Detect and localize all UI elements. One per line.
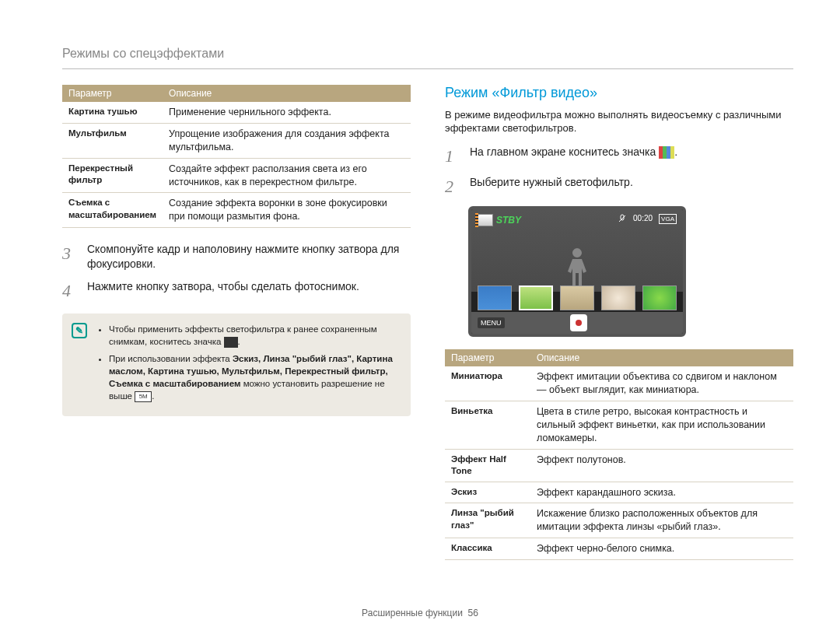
rec-time: 00:20 xyxy=(633,214,653,222)
param-desc: Эффект карандашного эскиза. xyxy=(530,482,793,503)
table-row: Мультфильм Упрощение изображения для соз… xyxy=(62,123,411,158)
note-item: При использовании эффекта Эскиз, Линза "… xyxy=(109,352,398,402)
th-desc: Описание xyxy=(530,349,793,366)
stby-indicator: STBY xyxy=(478,214,521,226)
param-name: Виньетка xyxy=(445,401,530,449)
filter-thumb[interactable] xyxy=(601,285,635,310)
step-number: 3 xyxy=(62,242,79,271)
table-row: Эскиз Эффект карандашного эскиза. xyxy=(445,482,793,503)
step-text: Скомпонуйте кадр и наполовину нажмите кн… xyxy=(87,242,411,271)
param-desc: Упрощение изображения для создания эффек… xyxy=(163,123,411,158)
menu-button[interactable]: MENU xyxy=(478,317,505,328)
step-text: На главном экране коснитесь значка . xyxy=(470,145,677,168)
filter-thumb[interactable] xyxy=(478,285,512,310)
left-params-table: Параметр Описание Картина тушью Применен… xyxy=(62,85,411,228)
step-2: 2 Выберите нужный светофильтр. xyxy=(445,175,793,198)
footer-page-number: 56 xyxy=(468,608,478,618)
param-desc: Искажение близко расположенных объектов … xyxy=(530,503,793,538)
table-row: Картина тушью Применение чернильного эфф… xyxy=(62,102,411,123)
table-row: Миниатюра Эффект имитации объектива со с… xyxy=(445,366,793,401)
step-text: Выберите нужный светофильтр. xyxy=(470,175,633,198)
video-filter-icon xyxy=(659,146,674,159)
step-number: 4 xyxy=(62,279,79,303)
table-header-row: Параметр Описание xyxy=(445,349,793,366)
th-desc: Описание xyxy=(163,85,411,102)
filter-thumb[interactable] xyxy=(642,285,677,310)
right-params-table: Параметр Описание Миниатюра Эффект имита… xyxy=(445,349,793,560)
step-1: 1 На главном экране коснитесь значка . xyxy=(445,145,793,168)
step-number: 1 xyxy=(445,145,462,168)
left-column: Параметр Описание Картина тушью Применен… xyxy=(62,85,411,574)
page-footer: Расширенные функции 56 xyxy=(0,608,840,618)
th-param: Параметр xyxy=(445,349,530,366)
two-column-layout: Параметр Описание Картина тушью Применен… xyxy=(62,85,793,574)
param-name: Мультфильм xyxy=(62,123,163,158)
filter-thumb-selected[interactable] xyxy=(519,285,553,310)
param-desc: Цвета в стиле ретро, высокая контрастнос… xyxy=(530,401,793,449)
apply-effect-icon xyxy=(224,337,238,348)
table-header-row: Параметр Описание xyxy=(62,85,411,102)
table-row: Виньетка Цвета в стиле ретро, высокая ко… xyxy=(445,401,793,449)
step-number: 2 xyxy=(445,175,462,198)
film-icon xyxy=(478,214,493,226)
note-list: Чтобы применить эффекты светофильтра к р… xyxy=(96,323,398,408)
table-row: Съемка с масштабированием Создание эффек… xyxy=(62,193,411,228)
param-desc: Создание эффекта воронки в зоне фокусиро… xyxy=(163,193,411,228)
resolution-badge: VGA xyxy=(659,214,677,224)
table-row: Линза "рыбий глаз" Искажение близко расп… xyxy=(445,503,793,538)
mic-mute-icon xyxy=(618,214,627,225)
param-name: Эскиз xyxy=(445,482,530,503)
camera-preview: STBY 00:20 VGA xyxy=(468,206,686,337)
note-item: Чтобы применить эффекты светофильтра к р… xyxy=(109,323,398,348)
table-row: Эффект Half Tone Эффект полутонов. xyxy=(445,449,793,482)
param-desc: Создайте эффект расползания света из его… xyxy=(163,158,411,193)
table-row: Классика Эффект черно-белого снимка. xyxy=(445,538,793,560)
record-button[interactable] xyxy=(570,314,587,331)
param-name: Эффект Half Tone xyxy=(445,449,530,482)
camera-top-right: 00:20 VGA xyxy=(618,214,677,225)
resolution-icon: 5M xyxy=(135,391,152,402)
preview-silhouette xyxy=(563,248,591,287)
param-name: Линза "рыбий глаз" xyxy=(445,503,530,538)
param-desc: Эффект полутонов. xyxy=(530,449,793,482)
th-param: Параметр xyxy=(62,85,163,102)
mode-desc: В режиме видеофильтра можно выполнять ви… xyxy=(445,109,793,135)
param-desc: Эффект черно-белого снимка. xyxy=(530,538,793,560)
note-icon: ✎ xyxy=(72,323,87,338)
param-name: Картина тушью xyxy=(62,102,163,123)
filter-thumb[interactable] xyxy=(560,285,594,310)
param-desc: Эффект имитации объектива со сдвигом и н… xyxy=(530,366,793,401)
mode-title: Режим «Фильтр видео» xyxy=(445,85,793,101)
camera-bottom-bar: MENU xyxy=(471,312,683,334)
param-desc: Применение чернильного эффекта. xyxy=(163,102,411,123)
param-name: Классика xyxy=(445,538,530,560)
param-name: Перекрестный фильтр xyxy=(62,158,163,193)
stby-label: STBY xyxy=(496,215,521,226)
param-name: Съемка с масштабированием xyxy=(62,193,163,228)
right-column: Режим «Фильтр видео» В режиме видеофильт… xyxy=(445,85,793,574)
note-box: ✎ Чтобы применить эффекты светофильтра к… xyxy=(62,313,411,417)
table-row: Перекрестный фильтр Создайте эффект расп… xyxy=(62,158,411,193)
footer-section: Расширенные функции xyxy=(362,608,463,618)
page-header: Режимы со спецэффектами xyxy=(62,47,793,69)
filter-thumbnails xyxy=(471,285,683,310)
param-name: Миниатюра xyxy=(445,366,530,401)
step-3: 3 Скомпонуйте кадр и наполовину нажмите … xyxy=(62,242,411,271)
step-4: 4 Нажмите кнопку затвора, чтобы сделать … xyxy=(62,279,411,303)
step-text: Нажмите кнопку затвора, чтобы сделать фо… xyxy=(87,279,359,303)
